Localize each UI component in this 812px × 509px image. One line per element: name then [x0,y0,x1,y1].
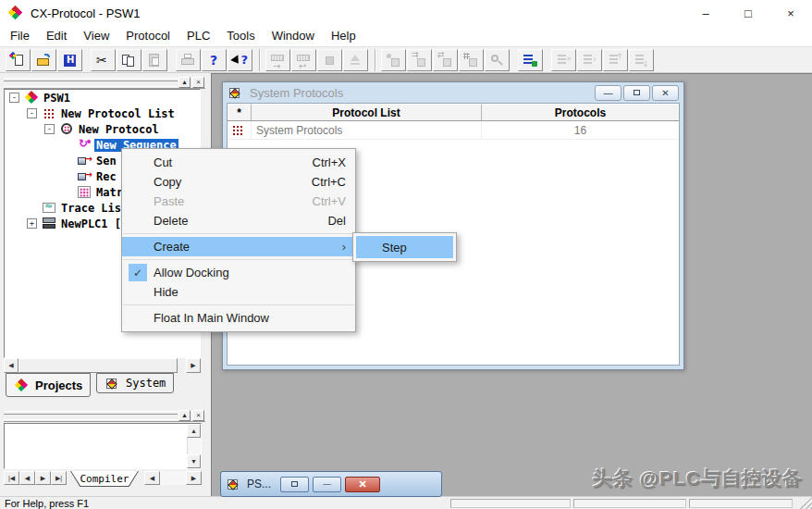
nav-last-button[interactable]: ▶| [51,471,67,485]
menu-item-delete[interactable]: DeleteDel [122,211,355,230]
expand-icon[interactable]: + [27,218,37,229]
scroll-down-icon[interactable]: ▼ [187,454,201,468]
child-minimize-button[interactable]: — [595,85,621,101]
output-vscrollbar[interactable]: ▲ ▼ [187,424,201,468]
tree-item-psw1[interactable]: -PSW1 [5,90,200,106]
minimized-minimize-button[interactable]: — [313,477,341,492]
scroll-up-icon[interactable]: ▲ [187,424,201,438]
sequence-loop-icon [77,138,92,152]
scrollbar-thumb[interactable] [18,358,178,373]
tab-system[interactable]: System [96,373,174,393]
collapse-icon[interactable]: - [27,108,37,118]
new-document-button[interactable] [6,49,31,71]
child-restore-button[interactable] [623,85,650,101]
submenu-item-step[interactable]: Step [356,236,453,258]
resize-grip-icon[interactable] [799,497,812,509]
minimized-window[interactable]: PS... —✕ [220,471,442,497]
menu-help[interactable]: Help [323,26,364,46]
menu-file[interactable]: File [2,26,38,46]
collapse-icon[interactable]: - [44,124,55,134]
menu-item-create[interactable]: Create› [122,237,355,256]
create-receive-message-icon [437,53,453,68]
tree-item-label: Trace List [59,202,129,215]
download-protocols-button[interactable] [265,49,290,71]
minimized-close-button[interactable]: ✕ [345,477,380,492]
menu-plc[interactable]: PLC [178,26,218,46]
new-document-icon [10,53,26,68]
child-title-bar[interactable]: System Protocols —✕ [223,82,683,103]
compiler-tab-label: Compiler [71,471,138,486]
cut-button[interactable] [91,49,116,71]
tab-compiler[interactable]: Compiler [70,471,139,487]
pin-panel-icon[interactable]: ▴ [178,77,191,88]
output-hscrollbar[interactable]: ◀ ▶ [144,471,202,485]
scroll-right-icon[interactable]: ▶ [186,358,201,373]
menu-edit[interactable]: Edit [38,26,75,46]
tree-panel-grip[interactable]: ▴ × [4,78,205,89]
menu-item-paste[interactable]: PasteCtrl+V [122,192,355,211]
window-close-button[interactable]: × [769,0,812,26]
minimized-restore-button[interactable] [280,477,309,492]
create-sequence-button[interactable] [381,49,406,71]
open-project-button[interactable] [31,49,56,71]
nav-next-button[interactable]: ▶ [35,471,51,485]
copy-button[interactable] [117,49,141,71]
print-button[interactable] [176,49,201,71]
child-close-button[interactable]: ✕ [652,85,679,101]
save-project-button[interactable] [57,49,82,71]
create-send-message-button[interactable] [407,49,432,71]
create-matrix-button[interactable] [459,49,484,71]
pin-panel-icon[interactable]: ▴ [178,410,191,421]
column-header-protocol-list[interactable]: Protocol List [252,104,482,121]
column-header-protocols[interactable]: Protocols [482,104,679,121]
status-bar: For Help, press F1 [0,496,812,509]
paste-button[interactable] [142,49,167,71]
menu-item-cut[interactable]: CutCtrl+X [122,153,355,172]
step-insert-button[interactable] [551,49,576,71]
output-panel-grip[interactable]: ▴ × [4,411,205,422]
collapse-icon[interactable]: - [9,93,19,103]
context-help-button[interactable] [228,49,252,71]
tree-item-new-protocol[interactable]: -New Protocol [5,121,200,137]
eject-button[interactable] [343,49,368,71]
window-maximize-button[interactable]: □ [727,0,769,26]
scroll-left-icon[interactable]: ◀ [144,471,160,485]
nav-first-button[interactable]: |◀ [4,471,19,485]
menu-item-float-in-main-window[interactable]: Float In Main Window [122,308,355,328]
trace-chart-icon [42,201,56,215]
close-panel-icon[interactable]: × [192,410,204,421]
step-move-up-button[interactable] [603,49,628,71]
upload-protocols-button[interactable] [291,49,316,71]
step-append-button[interactable] [577,49,602,71]
menu-view[interactable]: View [75,26,117,46]
close-panel-icon[interactable]: × [192,77,204,88]
window-controls: –□× [684,0,812,26]
menu-item-copy[interactable]: CopyCtrl+C [122,172,355,192]
toolbar [0,46,812,73]
toolbar-separator [375,49,375,71]
trace-once-button[interactable] [485,49,510,71]
scroll-right-icon[interactable]: ▶ [186,471,202,485]
scroll-left-icon[interactable]: ◀ [4,358,18,373]
create-receive-message-button[interactable] [433,49,458,71]
step-move-down-button[interactable] [629,49,654,71]
menu-item-allow-docking[interactable]: ✓Allow Docking [122,263,355,282]
table-row[interactable]: System Protocols16 [228,121,679,140]
application-window: CX-Protocol - PSW1 –□× FileEditViewProto… [0,0,812,509]
menu-tools[interactable]: Tools [218,26,263,46]
tab-projects[interactable]: Projects [6,373,91,397]
help-button[interactable] [202,49,227,71]
menu-window[interactable]: Window [264,26,323,46]
tree-hscrollbar[interactable]: ◀ ▶ [4,358,201,373]
window-minimize-button[interactable]: – [684,0,727,26]
nav-prev-button[interactable]: ◀ [19,471,35,485]
tree-item-new-protocol-list[interactable]: -New Protocol List [5,106,200,121]
column-header-icon[interactable]: * [228,104,252,121]
menu-protocol[interactable]: Protocol [117,26,178,46]
compile-protocol-button[interactable] [518,49,543,71]
grip-lines-icon [4,414,178,420]
menu-item-hide[interactable]: Hide [122,282,355,302]
stop-transfer-button[interactable] [317,49,342,71]
copy-icon [121,53,137,68]
maximize-icon: □ [744,6,752,20]
